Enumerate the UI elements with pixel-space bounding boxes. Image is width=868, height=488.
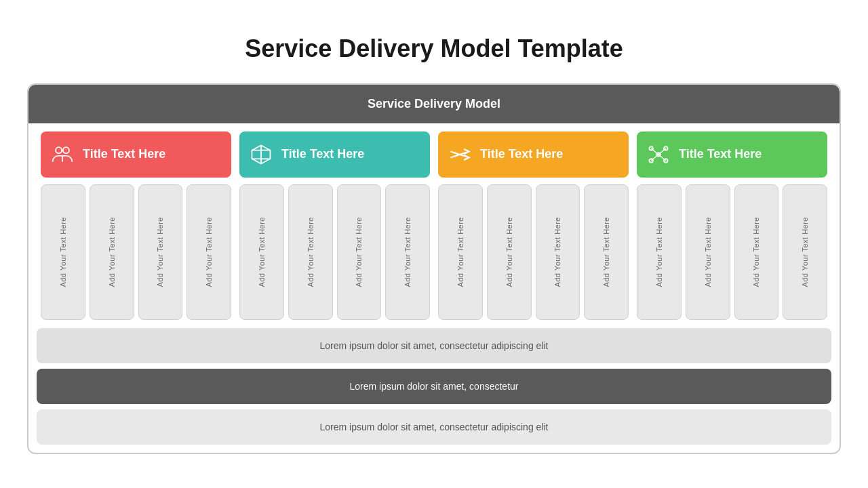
- box-icon: [248, 141, 275, 168]
- svg-line-17: [651, 155, 658, 161]
- footer-section: Lorem ipsum dolor sit amet, consectetur …: [28, 328, 840, 453]
- page-wrapper: Service Delivery Model Template Service …: [27, 14, 841, 474]
- card-4-2: Add Your Text Here: [686, 184, 730, 320]
- page-title: Service Delivery Model Template: [27, 35, 841, 63]
- card-1-4: Add Your Text Here: [186, 184, 231, 320]
- card-4-4: Add Your Text Here: [783, 184, 827, 320]
- footer-bar-3: Lorem ipsum dolor sit amet, consectetur …: [37, 409, 831, 445]
- users-icon: [49, 141, 76, 168]
- cards-row-2: Add Your Text Here Add Your Text Here Ad…: [239, 184, 430, 320]
- column-group-2: Title Text Here Add Your Text Here Add Y…: [235, 131, 434, 320]
- column-title-2: Title Text Here: [281, 147, 364, 161]
- column-title-4: Title Text Here: [679, 147, 762, 161]
- footer-bar-2: Lorem ipsum dolor sit amet, consectetur: [37, 369, 831, 404]
- column-header-3: Title Text Here: [438, 131, 629, 178]
- card-3-4: Add Your Text Here: [584, 184, 629, 320]
- column-title-1: Title Text Here: [83, 147, 165, 161]
- model-container: Service Delivery Model: [27, 83, 841, 454]
- card-4-1: Add Your Text Here: [637, 184, 682, 320]
- column-group-4: Title Text Here Add Your Text Here Add Y…: [633, 131, 831, 320]
- cards-row-1: Add Your Text Here Add Your Text Here Ad…: [41, 184, 231, 320]
- model-header: Service Delivery Model: [28, 85, 840, 123]
- card-text-1-1: Add Your Text Here: [59, 217, 67, 287]
- card-text-4-4: Add Your Text Here: [801, 217, 809, 287]
- card-1-3: Add Your Text Here: [138, 184, 183, 320]
- column-header-4: Title Text Here: [637, 131, 827, 178]
- card-2-1: Add Your Text Here: [239, 184, 284, 320]
- column-group-1: Title Text Here Add Your Text Here Add Y…: [37, 131, 235, 320]
- column-header-1: Title Text Here: [41, 131, 231, 178]
- card-text-1-3: Add Your Text Here: [156, 217, 164, 287]
- card-text-3-3: Add Your Text Here: [553, 217, 561, 287]
- footer-text-1: Lorem ipsum dolor sit amet, consectetur …: [320, 340, 549, 351]
- footer-text-2: Lorem ipsum dolor sit amet, consectetur: [350, 381, 519, 392]
- card-text-2-2: Add Your Text Here: [307, 217, 315, 287]
- cards-row-4: Add Your Text Here Add Your Text Here Ad…: [637, 184, 827, 320]
- card-3-3: Add Your Text Here: [536, 184, 580, 320]
- card-3-2: Add Your Text Here: [487, 184, 532, 320]
- svg-line-18: [658, 155, 666, 161]
- card-text-4-1: Add Your Text Here: [655, 217, 663, 287]
- card-text-2-1: Add Your Text Here: [258, 217, 266, 287]
- svg-point-1: [63, 147, 69, 153]
- card-text-2-4: Add Your Text Here: [403, 217, 412, 287]
- card-2-3: Add Your Text Here: [337, 184, 382, 320]
- card-text-4-3: Add Your Text Here: [752, 217, 760, 287]
- columns-section: Title Text Here Add Your Text Here Add Y…: [28, 123, 840, 328]
- footer-text-3: Lorem ipsum dolor sit amet, consectetur …: [320, 422, 549, 432]
- card-1-1: Add Your Text Here: [41, 184, 85, 320]
- card-2-4: Add Your Text Here: [385, 184, 430, 320]
- model-header-label: Service Delivery Model: [368, 97, 500, 110]
- card-text-2-3: Add Your Text Here: [355, 217, 363, 287]
- svg-line-16: [658, 148, 666, 155]
- card-3-1: Add Your Text Here: [438, 184, 483, 320]
- svg-point-0: [56, 147, 62, 153]
- column-title-3: Title Text Here: [480, 147, 563, 161]
- card-text-3-2: Add Your Text Here: [505, 217, 513, 287]
- card-2-2: Add Your Text Here: [288, 184, 333, 320]
- footer-bar-1: Lorem ipsum dolor sit amet, consectetur …: [37, 328, 831, 363]
- card-text-1-2: Add Your Text Here: [108, 217, 116, 287]
- network-icon: [645, 141, 672, 168]
- column-group-3: Title Text Here Add Your Text Here Add Y…: [434, 131, 633, 320]
- card-text-3-4: Add Your Text Here: [602, 217, 610, 287]
- svg-line-15: [651, 148, 658, 155]
- card-text-4-2: Add Your Text Here: [704, 217, 712, 287]
- card-4-3: Add Your Text Here: [734, 184, 779, 320]
- cards-row-3: Add Your Text Here Add Your Text Here Ad…: [438, 184, 629, 320]
- column-header-2: Title Text Here: [239, 131, 430, 178]
- card-text-1-4: Add Your Text Here: [205, 217, 213, 287]
- card-text-3-1: Add Your Text Here: [456, 217, 465, 287]
- arrows-icon: [446, 141, 473, 168]
- card-1-2: Add Your Text Here: [90, 184, 134, 320]
